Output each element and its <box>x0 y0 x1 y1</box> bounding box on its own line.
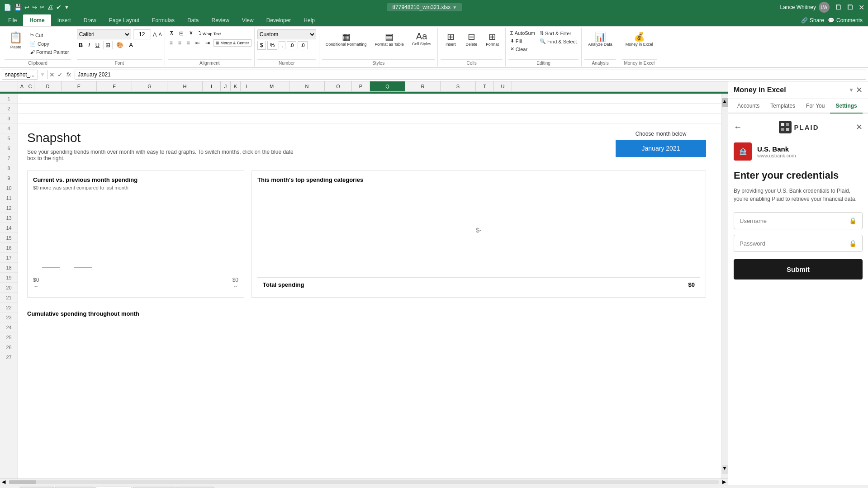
merge-center-button[interactable]: ⊞ Merge & Center <box>213 39 251 47</box>
restore-btn[interactable]: ⧠ <box>835 4 841 11</box>
col-header-I[interactable]: I <box>203 81 221 91</box>
tab-data[interactable]: Data <box>181 14 205 26</box>
autosum-button[interactable]: Σ AutoSum <box>508 29 537 37</box>
name-box[interactable] <box>2 70 38 80</box>
row-26[interactable]: 26 <box>0 342 18 352</box>
redo-icon[interactable]: ↪ <box>32 4 37 11</box>
col-header-L[interactable]: L <box>241 81 254 91</box>
panel-tab-accounts[interactable]: Accounts <box>732 99 765 114</box>
col-header-K[interactable]: K <box>231 81 241 91</box>
customize-qat-icon[interactable]: ▼ <box>64 5 69 10</box>
scrollbar-thumb-top[interactable]: ▲ <box>722 98 728 107</box>
password-input[interactable] <box>740 240 849 247</box>
row-10[interactable]: 10 <box>0 183 18 193</box>
sort-filter-button[interactable]: ⇅ Sort & Filter <box>538 29 579 37</box>
col-header-G[interactable]: G <box>132 81 167 91</box>
underline-button[interactable]: U <box>94 41 101 49</box>
row-22[interactable]: 22 <box>0 303 18 313</box>
col-header-O[interactable]: O <box>325 81 352 91</box>
vertical-scrollbar[interactable]: ▲ ▼ <box>721 94 728 479</box>
cancel-icon[interactable]: ✕ <box>49 71 55 78</box>
tab-help[interactable]: Help <box>297 14 321 26</box>
panel-dropdown-icon[interactable]: ▼ <box>849 87 854 93</box>
save-icon[interactable]: 💾 <box>14 4 22 11</box>
sheet-content[interactable]: · Snapshot See your spend <box>18 94 728 479</box>
align-center-icon[interactable]: ≡ <box>176 39 183 47</box>
back-button[interactable]: ← <box>734 123 742 132</box>
tab-insert[interactable]: Insert <box>51 14 77 26</box>
decrease-font-icon[interactable]: A <box>158 32 161 37</box>
row-25[interactable]: 25 <box>0 332 18 342</box>
col-header-F[interactable]: F <box>97 81 132 91</box>
cell-row-1[interactable]: · <box>18 94 721 104</box>
comma-button[interactable]: , <box>279 41 285 49</box>
font-size-input[interactable] <box>133 29 151 39</box>
row-23[interactable]: 23 <box>0 313 18 322</box>
tab-page-layout[interactable]: Page Layout <box>103 14 146 26</box>
submit-button[interactable]: Submit <box>734 259 863 280</box>
row-11[interactable]: 11 <box>0 193 18 203</box>
formula-input[interactable] <box>75 70 866 80</box>
paste-button[interactable]: 📋 Paste <box>5 29 27 51</box>
panel-tab-templates[interactable]: Templates <box>765 99 801 114</box>
panel-tab-settings[interactable]: Settings <box>830 99 862 114</box>
align-bottom-icon[interactable]: ⊻ <box>187 29 195 38</box>
wrap-text-button[interactable]: ⤵ Wrap Text <box>197 29 223 38</box>
tab-formulas[interactable]: Formulas <box>146 14 181 26</box>
format-button[interactable]: ⊞ Format <box>482 29 503 48</box>
filename-dropdown-icon[interactable]: ▼ <box>452 5 457 10</box>
name-box-dropdown[interactable]: ▼ <box>40 71 45 78</box>
indent-increase-icon[interactable]: ⇥ <box>204 39 212 47</box>
username-input[interactable] <box>740 218 849 224</box>
maximize-btn[interactable]: ⧠ <box>847 4 853 11</box>
row-5[interactable]: 5 <box>0 133 18 143</box>
cell-styles-button[interactable]: Aa Cell Styles <box>408 29 435 48</box>
row-7[interactable]: 7 <box>0 153 18 163</box>
check-icon[interactable]: ✔ <box>56 4 62 11</box>
tab-view[interactable]: View <box>236 14 260 26</box>
row-13[interactable]: 13 <box>0 213 18 223</box>
row-21[interactable]: 21 <box>0 293 18 303</box>
row-17[interactable]: 17 <box>0 253 18 263</box>
increase-decimal-button[interactable]: .0 <box>287 41 296 49</box>
row-24[interactable]: 24 <box>0 322 18 332</box>
money-in-excel-button[interactable]: 💰 Money in Excel <box>622 29 657 48</box>
find-select-button[interactable]: 🔍 Find & Select <box>538 38 579 45</box>
h-scroll-thumb[interactable] <box>9 480 36 484</box>
tab-home[interactable]: Home <box>23 14 51 26</box>
h-scroll-right[interactable]: ▶ <box>721 479 728 485</box>
scrollbar-thumb-bottom[interactable]: ▼ <box>722 465 728 474</box>
increase-font-icon[interactable]: A <box>153 31 157 38</box>
tab-file[interactable]: File <box>2 14 23 26</box>
insert-button[interactable]: ⊞ Insert <box>441 29 460 48</box>
format-as-table-button[interactable]: ▤ Format as Table <box>371 29 407 48</box>
undo-icon[interactable]: ↩ <box>24 4 29 11</box>
font-color-button[interactable]: A <box>127 41 135 49</box>
close-btn[interactable]: ✕ <box>859 3 864 12</box>
filename-display[interactable]: tf77948210_win321.xlsx ▼ <box>387 3 462 11</box>
italic-button[interactable]: I <box>86 41 92 49</box>
align-left-icon[interactable]: ≡ <box>168 39 175 47</box>
format-painter-button[interactable]: 🖌 Format Painter <box>28 48 71 56</box>
col-header-H[interactable]: H <box>167 81 203 91</box>
row-2[interactable]: 2 <box>0 104 18 114</box>
tab-review[interactable]: Review <box>205 14 235 26</box>
print-icon[interactable]: 🖨 <box>47 4 53 11</box>
fill-button[interactable]: ⬇ Fill <box>508 37 537 45</box>
row-3[interactable]: 3 <box>0 114 18 123</box>
row-16[interactable]: 16 <box>0 243 18 253</box>
tab-draw[interactable]: Draw <box>77 14 103 26</box>
tab-developer[interactable]: Developer <box>260 14 298 26</box>
row-14[interactable]: 14 <box>0 223 18 233</box>
cell-row-2[interactable] <box>18 104 721 114</box>
col-header-J[interactable]: J <box>221 81 231 91</box>
row-4[interactable]: 4 <box>0 123 18 133</box>
cell-area[interactable]: · Snapshot See your spend <box>18 94 721 479</box>
align-right-icon[interactable]: ≡ <box>185 39 192 47</box>
row-15[interactable]: 15 <box>0 233 18 243</box>
percent-button[interactable]: % <box>267 41 278 50</box>
share-button[interactable]: 🔗 Share <box>801 17 824 24</box>
confirm-icon[interactable]: ✓ <box>57 71 63 78</box>
col-header-M[interactable]: M <box>254 81 289 91</box>
new-file-icon[interactable]: 📄 <box>4 4 11 11</box>
